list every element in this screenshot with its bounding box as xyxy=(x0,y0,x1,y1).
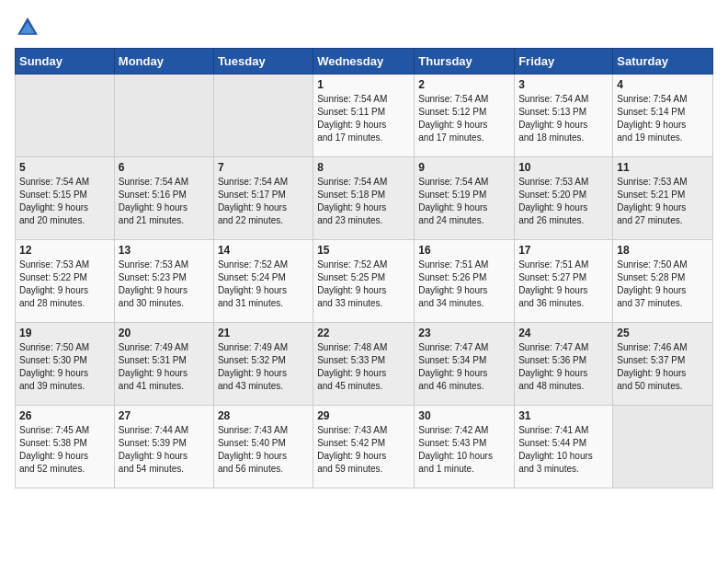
day-info: Sunrise: 7:51 AM Sunset: 5:26 PM Dayligh… xyxy=(418,259,510,310)
day-info: Sunrise: 7:44 AM Sunset: 5:39 PM Dayligh… xyxy=(119,424,210,476)
day-number: 18 xyxy=(617,244,709,257)
calendar-week-row: 5Sunrise: 7:54 AM Sunset: 5:15 PM Daylig… xyxy=(16,157,713,240)
day-number: 28 xyxy=(218,409,309,422)
day-info: Sunrise: 7:47 AM Sunset: 5:34 PM Dayligh… xyxy=(418,341,510,393)
day-number: 11 xyxy=(617,161,709,174)
day-info: Sunrise: 7:52 AM Sunset: 5:25 PM Dayligh… xyxy=(317,259,410,310)
calendar-cell: 12Sunrise: 7:53 AM Sunset: 5:22 PM Dayli… xyxy=(16,240,115,323)
calendar-table: SundayMondayTuesdayWednesdayThursdayFrid… xyxy=(15,48,713,488)
day-number: 3 xyxy=(518,78,609,91)
calendar-cell: 17Sunrise: 7:51 AM Sunset: 5:27 PM Dayli… xyxy=(515,240,613,323)
calendar-cell: 23Sunrise: 7:47 AM Sunset: 5:34 PM Dayli… xyxy=(415,323,515,406)
day-info: Sunrise: 7:52 AM Sunset: 5:24 PM Dayligh… xyxy=(218,259,309,310)
day-info: Sunrise: 7:50 AM Sunset: 5:28 PM Dayligh… xyxy=(617,259,709,310)
weekday-header: Saturday xyxy=(613,49,713,75)
day-number: 12 xyxy=(19,244,110,257)
calendar-cell: 10Sunrise: 7:53 AM Sunset: 5:20 PM Dayli… xyxy=(515,157,613,240)
day-number: 21 xyxy=(218,327,309,339)
day-number: 30 xyxy=(418,409,510,422)
weekday-header: Sunday xyxy=(16,49,115,75)
logo xyxy=(15,15,44,40)
calendar-week-row: 26Sunrise: 7:45 AM Sunset: 5:38 PM Dayli… xyxy=(16,406,713,488)
calendar-cell: 27Sunrise: 7:44 AM Sunset: 5:39 PM Dayli… xyxy=(114,406,213,488)
calendar-cell: 25Sunrise: 7:46 AM Sunset: 5:37 PM Dayli… xyxy=(613,323,713,406)
day-info: Sunrise: 7:51 AM Sunset: 5:27 PM Dayligh… xyxy=(518,259,609,310)
weekday-header: Wednesday xyxy=(313,49,415,75)
day-info: Sunrise: 7:49 AM Sunset: 5:32 PM Dayligh… xyxy=(218,341,309,393)
day-info: Sunrise: 7:54 AM Sunset: 5:18 PM Dayligh… xyxy=(317,176,410,227)
weekday-header-row: SundayMondayTuesdayWednesdayThursdayFrid… xyxy=(16,49,713,75)
calendar-cell: 1Sunrise: 7:54 AM Sunset: 5:11 PM Daylig… xyxy=(313,75,415,157)
day-number: 4 xyxy=(617,78,709,91)
calendar-cell: 18Sunrise: 7:50 AM Sunset: 5:28 PM Dayli… xyxy=(613,240,713,323)
logo-icon xyxy=(15,15,40,40)
day-number: 5 xyxy=(19,161,110,174)
calendar-week-row: 12Sunrise: 7:53 AM Sunset: 5:22 PM Dayli… xyxy=(16,240,713,323)
weekday-header: Tuesday xyxy=(213,49,313,75)
day-info: Sunrise: 7:54 AM Sunset: 5:15 PM Dayligh… xyxy=(19,176,110,227)
calendar-cell: 8Sunrise: 7:54 AM Sunset: 5:18 PM Daylig… xyxy=(313,157,415,240)
day-number: 13 xyxy=(119,244,210,257)
day-number: 22 xyxy=(317,327,410,339)
day-info: Sunrise: 7:54 AM Sunset: 5:13 PM Dayligh… xyxy=(518,93,609,144)
calendar-cell: 2Sunrise: 7:54 AM Sunset: 5:12 PM Daylig… xyxy=(415,75,515,157)
calendar-cell: 7Sunrise: 7:54 AM Sunset: 5:17 PM Daylig… xyxy=(213,157,313,240)
day-number: 19 xyxy=(19,327,110,339)
day-number: 26 xyxy=(19,409,110,422)
day-info: Sunrise: 7:42 AM Sunset: 5:43 PM Dayligh… xyxy=(418,424,510,476)
day-info: Sunrise: 7:54 AM Sunset: 5:16 PM Dayligh… xyxy=(119,176,210,227)
calendar-cell xyxy=(16,75,115,157)
page-header xyxy=(15,15,713,40)
day-info: Sunrise: 7:54 AM Sunset: 5:12 PM Dayligh… xyxy=(418,93,510,144)
day-info: Sunrise: 7:54 AM Sunset: 5:19 PM Dayligh… xyxy=(418,176,510,227)
day-number: 17 xyxy=(518,244,609,257)
weekday-header: Thursday xyxy=(415,49,515,75)
day-number: 9 xyxy=(418,161,510,174)
day-number: 25 xyxy=(617,327,709,339)
calendar-cell: 16Sunrise: 7:51 AM Sunset: 5:26 PM Dayli… xyxy=(415,240,515,323)
day-number: 14 xyxy=(218,244,309,257)
day-info: Sunrise: 7:41 AM Sunset: 5:44 PM Dayligh… xyxy=(518,424,609,476)
day-number: 2 xyxy=(418,78,510,91)
calendar-cell: 22Sunrise: 7:48 AM Sunset: 5:33 PM Dayli… xyxy=(313,323,415,406)
calendar-cell: 29Sunrise: 7:43 AM Sunset: 5:42 PM Dayli… xyxy=(313,406,415,488)
weekday-header: Monday xyxy=(114,49,213,75)
day-info: Sunrise: 7:43 AM Sunset: 5:42 PM Dayligh… xyxy=(317,424,410,476)
day-info: Sunrise: 7:43 AM Sunset: 5:40 PM Dayligh… xyxy=(218,424,309,476)
day-info: Sunrise: 7:54 AM Sunset: 5:14 PM Dayligh… xyxy=(617,93,709,144)
day-number: 27 xyxy=(119,409,210,422)
day-info: Sunrise: 7:47 AM Sunset: 5:36 PM Dayligh… xyxy=(518,341,609,393)
day-number: 16 xyxy=(418,244,510,257)
day-number: 24 xyxy=(518,327,609,339)
calendar-cell: 31Sunrise: 7:41 AM Sunset: 5:44 PM Dayli… xyxy=(515,406,613,488)
calendar-cell: 13Sunrise: 7:53 AM Sunset: 5:23 PM Dayli… xyxy=(114,240,213,323)
day-number: 15 xyxy=(317,244,410,257)
day-number: 6 xyxy=(119,161,210,174)
calendar-cell: 30Sunrise: 7:42 AM Sunset: 5:43 PM Dayli… xyxy=(415,406,515,488)
day-info: Sunrise: 7:53 AM Sunset: 5:21 PM Dayligh… xyxy=(617,176,709,227)
day-info: Sunrise: 7:45 AM Sunset: 5:38 PM Dayligh… xyxy=(19,424,110,476)
day-number: 10 xyxy=(518,161,609,174)
calendar-cell: 24Sunrise: 7:47 AM Sunset: 5:36 PM Dayli… xyxy=(515,323,613,406)
day-number: 8 xyxy=(317,161,410,174)
day-number: 7 xyxy=(218,161,309,174)
day-info: Sunrise: 7:53 AM Sunset: 5:23 PM Dayligh… xyxy=(119,259,210,310)
day-number: 29 xyxy=(317,409,410,422)
calendar-cell: 5Sunrise: 7:54 AM Sunset: 5:15 PM Daylig… xyxy=(16,157,115,240)
day-number: 1 xyxy=(317,78,410,91)
day-info: Sunrise: 7:48 AM Sunset: 5:33 PM Dayligh… xyxy=(317,341,410,393)
day-info: Sunrise: 7:54 AM Sunset: 5:17 PM Dayligh… xyxy=(218,176,309,227)
calendar-cell xyxy=(613,406,713,488)
day-info: Sunrise: 7:46 AM Sunset: 5:37 PM Dayligh… xyxy=(617,341,709,393)
calendar-cell xyxy=(213,75,313,157)
calendar-cell: 6Sunrise: 7:54 AM Sunset: 5:16 PM Daylig… xyxy=(114,157,213,240)
day-info: Sunrise: 7:50 AM Sunset: 5:30 PM Dayligh… xyxy=(19,341,110,393)
weekday-header: Friday xyxy=(515,49,613,75)
calendar-cell: 28Sunrise: 7:43 AM Sunset: 5:40 PM Dayli… xyxy=(213,406,313,488)
day-info: Sunrise: 7:53 AM Sunset: 5:20 PM Dayligh… xyxy=(518,176,609,227)
calendar-cell: 4Sunrise: 7:54 AM Sunset: 5:14 PM Daylig… xyxy=(613,75,713,157)
calendar-week-row: 1Sunrise: 7:54 AM Sunset: 5:11 PM Daylig… xyxy=(16,75,713,157)
calendar-cell: 26Sunrise: 7:45 AM Sunset: 5:38 PM Dayli… xyxy=(16,406,115,488)
calendar-cell: 21Sunrise: 7:49 AM Sunset: 5:32 PM Dayli… xyxy=(213,323,313,406)
calendar-cell: 11Sunrise: 7:53 AM Sunset: 5:21 PM Dayli… xyxy=(613,157,713,240)
